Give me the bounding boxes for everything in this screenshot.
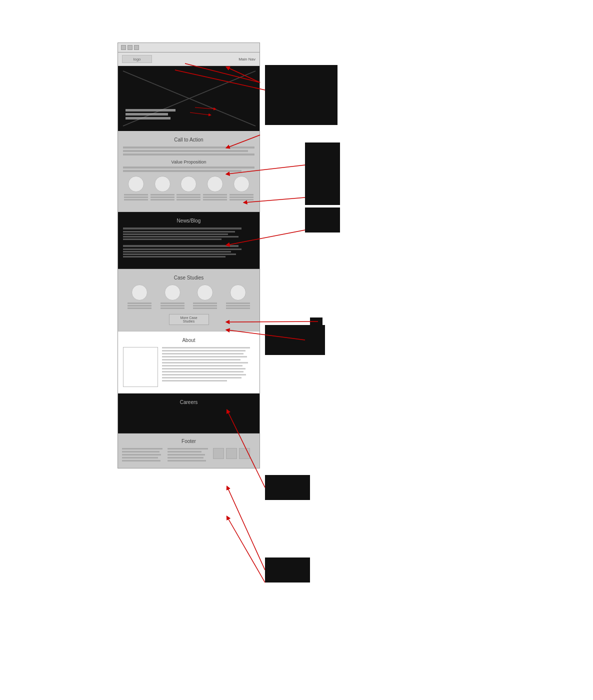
c2-line-2	[150, 196, 174, 198]
logo-placeholder: logo	[122, 55, 152, 63]
news-block-1	[123, 228, 254, 240]
cta-lines-2	[123, 166, 254, 172]
cta-line-3	[123, 154, 254, 156]
cs-circle-item-1	[128, 284, 152, 310]
cs-c3-line-1	[193, 302, 217, 304]
footer-line-5	[122, 460, 160, 462]
news-line-8	[123, 251, 231, 252]
news-line-5	[123, 238, 222, 240]
browser-btn-2	[128, 45, 132, 50]
c3-line-2	[176, 196, 200, 198]
news-line-7	[123, 248, 242, 250]
cs-c1-line-3	[128, 308, 152, 309]
case-studies-title: Case Studies	[123, 275, 254, 280]
c5-line-1	[230, 194, 254, 196]
svg-rect-3	[305, 142, 340, 182]
c5-line-3	[230, 199, 254, 200]
c4-line-2	[203, 196, 227, 198]
cs-circle-2-lines	[160, 302, 184, 310]
circle-5-lines	[230, 194, 254, 202]
cs-c3-line-2	[193, 305, 217, 306]
news-title: News/Blog	[123, 218, 254, 224]
cs-c2-line-1	[160, 302, 184, 304]
case-studies-section: Case Studies	[118, 269, 260, 332]
svg-line-18	[228, 488, 265, 570]
cs-circle-3-lines	[193, 302, 217, 310]
cta-lines	[123, 146, 254, 156]
about-line-4	[162, 356, 247, 358]
circle-item-4	[203, 176, 227, 202]
hero-line-2	[126, 113, 168, 116]
news-line-10	[123, 256, 226, 258]
cs-circle-3	[197, 284, 213, 300]
value-prop-label: Value Proposition	[123, 160, 254, 164]
cs-circle-4	[230, 284, 246, 300]
footer-line-8	[168, 454, 205, 456]
footer-line-10	[168, 460, 206, 462]
svg-rect-8	[265, 475, 310, 500]
hero-section	[118, 66, 260, 131]
footer-line-1	[122, 448, 162, 450]
logo-text: logo	[133, 57, 140, 62]
about-image-placeholder	[123, 347, 158, 387]
browser-chrome	[118, 43, 260, 52]
c5-line-2	[230, 196, 254, 198]
footer-line-9	[168, 457, 204, 458]
browser-buttons	[121, 45, 139, 50]
about-line-3	[162, 353, 244, 354]
svg-rect-7	[265, 325, 325, 355]
about-content	[123, 347, 254, 387]
footer-title: Footer	[122, 438, 256, 444]
cta-line-2	[123, 150, 248, 152]
footer-col-1	[122, 448, 164, 463]
browser-btn-3	[134, 45, 139, 50]
page-wrapper: logo Main Nav Call to Action	[0, 0, 593, 700]
careers-title: Careers	[123, 400, 254, 405]
hero-line-3	[126, 117, 170, 120]
footer-content	[122, 448, 256, 463]
about-line-9	[162, 371, 244, 372]
svg-rect-2	[265, 65, 338, 125]
cs-circle-item-2	[160, 284, 184, 310]
news-line-4	[123, 236, 238, 238]
hero-x-svg	[118, 66, 260, 131]
circle-item-1	[124, 176, 148, 202]
annotations-svg	[0, 0, 593, 700]
circle-4-lines	[203, 194, 227, 202]
cs-c1-line-1	[128, 302, 152, 304]
news-line-9	[123, 254, 236, 255]
about-line-12	[162, 380, 227, 382]
svg-rect-6	[310, 318, 322, 325]
c1-line-1	[124, 194, 148, 196]
cs-c4-line-1	[226, 302, 250, 304]
circle-3-lines	[176, 194, 200, 202]
cta-circles-row	[123, 176, 254, 202]
footer-col-2	[168, 448, 210, 463]
footer-line-6	[168, 448, 208, 450]
svg-rect-9	[265, 558, 310, 582]
footer-squares	[213, 448, 256, 459]
cta-section: Call to Action Value Proposition	[118, 131, 260, 212]
main-nav-label: Main Nav	[238, 57, 256, 62]
footer-col-3	[213, 448, 256, 459]
footer-line-4	[122, 457, 158, 458]
svg-rect-4	[305, 180, 340, 205]
about-line-7	[162, 365, 242, 366]
cs-c4-line-3	[226, 308, 250, 309]
about-line-11	[162, 377, 242, 378]
cta-line-1	[123, 146, 254, 148]
cs-c4-line-2	[226, 305, 250, 306]
news-block-2	[123, 245, 254, 258]
footer-square-1	[213, 448, 224, 459]
news-section: News/Blog	[118, 212, 260, 269]
cta-line-5	[123, 170, 242, 172]
about-line-1	[162, 347, 250, 348]
cs-c1-line-2	[128, 305, 152, 306]
footer-line-2	[122, 451, 160, 452]
cs-c3-line-3	[193, 308, 217, 309]
careers-section: Careers	[118, 394, 260, 434]
circle-1	[128, 176, 144, 192]
svg-rect-5	[305, 208, 340, 232]
about-line-10	[162, 374, 246, 376]
more-case-studies-button[interactable]: More Case Studies	[169, 314, 209, 325]
